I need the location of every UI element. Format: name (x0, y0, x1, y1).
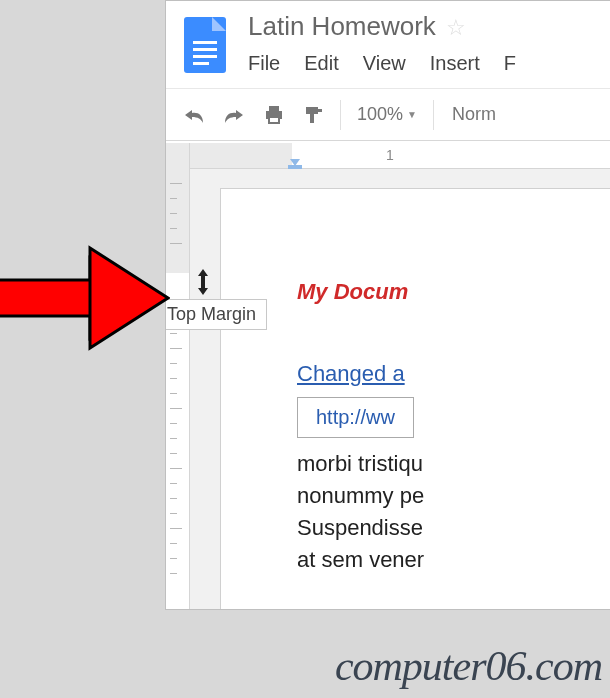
menu-insert[interactable]: Insert (430, 52, 480, 75)
watermark-text: computer06.com (335, 642, 602, 690)
svg-marker-1 (90, 248, 168, 348)
redo-button[interactable] (216, 98, 252, 132)
menu-edit[interactable]: Edit (304, 52, 338, 75)
vertical-ruler[interactable]: Top Margin (166, 143, 190, 609)
hruler-margin-region[interactable] (190, 143, 292, 168)
document-title[interactable]: Latin Homework (248, 11, 436, 42)
document-page[interactable]: My Docum Changed a http://ww morbi trist… (220, 188, 610, 609)
menubar: File Edit View Insert F (248, 52, 610, 75)
app-window: Latin Homework ☆ File Edit View Insert F (165, 0, 610, 610)
svg-marker-14 (198, 269, 208, 295)
svg-rect-10 (269, 117, 279, 123)
paint-format-button[interactable] (296, 98, 332, 132)
ruler-tick-label: 1 (386, 147, 394, 163)
menu-file[interactable]: File (248, 52, 280, 75)
paragraph-style-select[interactable]: Norm (442, 104, 496, 125)
zoom-select[interactable]: 100% ▼ (349, 104, 425, 125)
menu-format[interactable]: F (504, 52, 516, 75)
indent-base-icon[interactable] (288, 165, 302, 169)
svg-rect-4 (193, 41, 217, 44)
document-hyperlink[interactable]: Changed a (297, 361, 405, 387)
svg-rect-7 (193, 62, 209, 65)
editor-area: Top Margin 1 My Docum Changed a http://w… (166, 143, 610, 609)
body-line: at sem vener (297, 544, 610, 576)
zoom-value: 100% (357, 104, 403, 125)
body-line: Suspendisse (297, 512, 610, 544)
document-canvas[interactable]: 1 My Docum Changed a http://ww morbi tri… (190, 143, 610, 609)
resize-vertical-cursor-icon (196, 269, 210, 295)
toolbar-divider (340, 100, 341, 130)
star-icon[interactable]: ☆ (446, 15, 466, 41)
svg-rect-5 (193, 48, 217, 51)
svg-rect-13 (310, 114, 314, 123)
document-body[interactable]: morbi tristiqu nonummy pe Suspendisse at… (297, 448, 610, 576)
svg-rect-0 (0, 280, 95, 316)
docs-app-icon[interactable] (184, 17, 226, 73)
header: Latin Homework ☆ File Edit View Insert F (166, 1, 610, 89)
toolbar-divider (433, 100, 434, 130)
body-line: morbi tristiqu (297, 448, 610, 480)
url-input-box[interactable]: http://ww (297, 397, 414, 438)
horizontal-ruler[interactable]: 1 (190, 143, 610, 169)
title-block: Latin Homework ☆ File Edit View Insert F (248, 11, 610, 75)
document-heading[interactable]: My Docum (297, 279, 610, 305)
chevron-down-icon: ▼ (407, 109, 417, 120)
top-margin-tooltip: Top Margin (165, 299, 267, 330)
svg-rect-11 (306, 107, 318, 114)
svg-rect-12 (318, 109, 322, 112)
svg-rect-6 (193, 55, 217, 58)
menu-view[interactable]: View (363, 52, 406, 75)
print-button[interactable] (256, 98, 292, 132)
annotation-arrow (0, 238, 170, 358)
undo-button[interactable] (176, 98, 212, 132)
toolbar: 100% ▼ Norm (166, 89, 610, 141)
svg-rect-9 (269, 106, 279, 111)
body-line: nonummy pe (297, 480, 610, 512)
